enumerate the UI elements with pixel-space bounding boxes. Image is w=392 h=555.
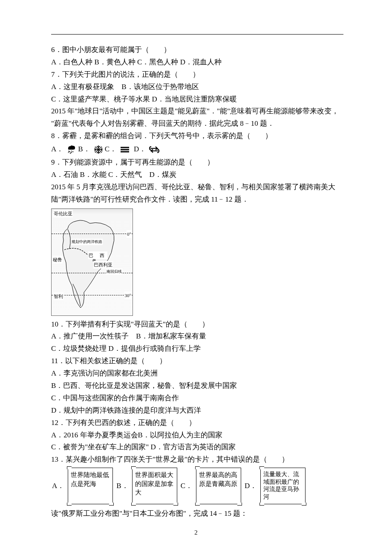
- q13-cards-row: A． 世界陆地最低点是死海 B． 世界面积最大的国家是加拿大 C． 世界最高的高…: [51, 468, 343, 504]
- q8-label-c: C．: [105, 143, 118, 156]
- document-page: 6．图中小朋友最有可能属于（ ） A．白色人种 B．黄色人种 C．黑色人种 D．…: [0, 0, 392, 555]
- map-label-colombia: 哥伦比亚: [53, 210, 73, 218]
- q8-label-d: D．: [131, 143, 148, 156]
- q13-label-b: B．: [115, 480, 129, 492]
- q13-stem: 13．某兴趣小组制作了四张关于"世界之最"的卡片，其中错误的是（ ）: [51, 454, 343, 466]
- page-number: 2: [0, 527, 392, 538]
- equator-line: [52, 234, 133, 234]
- map-label-30deg: 30°: [124, 292, 132, 300]
- card-b-text: 世界面积最大的国家是加拿大: [135, 471, 173, 496]
- card-a: 世界陆地最低点是死海: [68, 468, 113, 504]
- q8-stem: 8．雾霾，是雾和霾的组合词．下列天气符号中，表示雾的是（ ）: [51, 130, 343, 142]
- south-america-map: 哥伦比亚 秘鲁 智利 巴 西 巴西利亚 规划中的两洋铁路 0° 南回归线 30°: [51, 208, 133, 316]
- card-a-text: 世界陆地最低点是死海: [71, 471, 109, 487]
- intro-8-10-l2: "蔚蓝"代表每个人对告别雾霾、寻回蓝天的期待．据此完成 8﹣10 题．: [51, 118, 343, 130]
- svg-line-4: [68, 150, 69, 153]
- q11-option-b: B．巴西、哥伦比亚是发达国家，秘鲁、智利是发展中国家: [51, 380, 343, 392]
- map-label-brazil: 巴 西: [88, 251, 107, 260]
- q10-stem: 10．下列举措有利于实现"寻回蓝天"的是（ ）: [51, 318, 343, 331]
- q7-stem: 7．下列关于此图片的说法，正确的是（ ）: [51, 69, 343, 81]
- q11-option-d: D．规划中的两洋铁路连接的是印度洋与大西洋: [51, 405, 343, 417]
- q7-options-cd: C．这里盛产苹果、桃子等水果 D．当地居民注重防寒保暖: [51, 93, 343, 106]
- q11-option-c: C．中国与这些国家的合作属于南南合作: [51, 392, 343, 405]
- intro-14-15: 读"俄罗斯工业分布图"与"日本工业分布图"，完成 14﹣15 题：: [51, 508, 343, 520]
- weather-fog-icon: [119, 145, 130, 155]
- card-c: 世界最高的高原是青藏高原: [196, 468, 241, 504]
- q8-label-a: A．: [51, 143, 65, 156]
- svg-point-3: [70, 153, 71, 154]
- intro-8-10-l1: 2015 年"地球日"活动中，中国区主题是"能见蔚蓝"．"能"意味着可再生能源能…: [51, 105, 343, 118]
- q13-label-c: C．: [180, 480, 193, 492]
- q8-label-b: B．: [78, 143, 92, 156]
- map-label-chile: 智利: [53, 292, 63, 301]
- q12-stem: 12．下列有关巴西的叙述，正确的是（ ）: [51, 417, 343, 429]
- top-rule: [51, 34, 343, 35]
- card-d-text: 流量最大、流域面积最广的河流是亚马孙河: [263, 471, 299, 500]
- q13-label-a: A．: [51, 480, 65, 492]
- map-label-brasilia: 巴西利亚: [93, 261, 113, 269]
- weather-hail-icon: [66, 145, 77, 155]
- card-c-text: 世界最高的高原是青藏高原: [199, 471, 237, 487]
- q9-options: A．石油 B．水能 C．天然气 D．煤炭: [51, 169, 343, 181]
- q13-label-d: D．: [244, 480, 258, 492]
- card-d: 流量最大、流域面积最广的河流是亚马孙河: [260, 468, 306, 504]
- weather-snow-icon: [93, 145, 104, 155]
- q12-options-cd: C．被誉为"坐在矿车上的国家" D．官方语言为英语的国家: [51, 441, 343, 454]
- q9-stem: 9．下列能源资源中，属于可再生能源的是（ ）: [51, 156, 343, 169]
- q10-options-ab: A．推广使用一次性筷子 B．增加私家车保有量: [51, 330, 343, 343]
- intro-11-12-l2: 陆"两洋铁路"的可行性研究合作文件．读图，完成 11﹣12 题．: [51, 194, 343, 206]
- q6-options: A．白色人种 B．黄色人种 C．黑色人种 D．混血人种: [51, 56, 343, 69]
- map-label-0deg: 0°: [127, 230, 132, 238]
- map-label-peru: 秘鲁: [52, 256, 63, 264]
- weather-sandstorm-icon: [149, 145, 160, 155]
- intro-11-12-l1: 2015 年 5 月李克强总理访问巴西、哥伦比亚、秘鲁、智利，与相关国家签署了横…: [51, 181, 343, 194]
- q8-options-row: A． B． C．: [51, 143, 343, 156]
- card-b: 世界面积最大的国家是加拿大: [132, 468, 177, 504]
- q6-stem: 6．图中小朋友最有可能属于（ ）: [51, 44, 343, 56]
- lat30s-line: [52, 295, 133, 295]
- svg-point-0: [69, 151, 70, 152]
- q10-options-cd: C．垃圾焚烧处理 D．提倡步行或骑自行车上学: [51, 343, 343, 355]
- map-label-tropic-s: 南回归线: [106, 269, 122, 275]
- map-label-railway: 规划中的两洋铁路: [71, 239, 103, 245]
- q7-options-ab: A．这里有极昼现象 B．该地区位于热带地区: [51, 81, 343, 93]
- q12-options-ab: A．2016 年举办夏季奥运会B．以阿拉伯人为主的国家: [51, 429, 343, 442]
- q11-stem: 11．以下相关叙述正确的是（ ）: [51, 355, 343, 367]
- svg-point-2: [72, 151, 73, 152]
- q11-option-a: A．李克强访问的国家都在北美洲: [51, 367, 343, 380]
